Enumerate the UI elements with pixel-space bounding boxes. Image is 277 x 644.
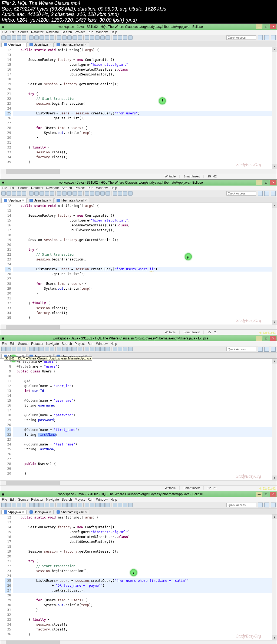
toolbar-icon[interactable] bbox=[50, 35, 54, 40]
code-line[interactable]: public class Users { bbox=[13, 369, 272, 374]
toolbar-icon[interactable] bbox=[90, 503, 94, 507]
perspective-button[interactable] bbox=[264, 35, 269, 40]
toolbar-icon[interactable] bbox=[113, 503, 117, 507]
code-line[interactable]: .addAnnotatedClass(Users.class) bbox=[13, 67, 272, 72]
code-line[interactable]: } finally { bbox=[13, 301, 272, 306]
code-line[interactable]: // Start transaction bbox=[13, 96, 272, 101]
maximize-button[interactable]: □ bbox=[263, 492, 269, 497]
code-line[interactable] bbox=[13, 520, 272, 525]
menu-help[interactable]: Help bbox=[110, 30, 117, 34]
toolbar-icon[interactable] bbox=[29, 503, 34, 507]
toolbar-icon[interactable] bbox=[123, 191, 127, 196]
close-button[interactable]: ✕ bbox=[270, 492, 276, 497]
toolbar-icon[interactable] bbox=[29, 35, 34, 40]
tab-close-icon[interactable]: ✕ bbox=[85, 510, 87, 513]
toolbar-icon[interactable] bbox=[72, 503, 77, 507]
code-line[interactable]: List<Users> users = session.createQuery(… bbox=[13, 267, 272, 272]
toolbar-icon[interactable] bbox=[57, 503, 61, 507]
code-line[interactable]: @Column(name = "last_name") bbox=[13, 442, 272, 447]
menu-search[interactable]: Search bbox=[62, 498, 72, 501]
toolbar-icon[interactable] bbox=[45, 35, 49, 40]
code-line[interactable]: .configure("hibernate.cfg.xml") bbox=[13, 530, 272, 534]
code-line[interactable]: session.close(); bbox=[13, 622, 272, 627]
menu-edit[interactable]: Edit bbox=[10, 186, 15, 190]
vertical-scrollbar[interactable]: ▲▼ bbox=[272, 203, 277, 325]
code-line[interactable]: .addAnnotatedClass(Users.class) bbox=[13, 534, 272, 539]
code-line[interactable] bbox=[13, 573, 272, 578]
toolbar-icon[interactable] bbox=[50, 347, 54, 351]
toolbar-icon[interactable] bbox=[100, 191, 105, 196]
menu-run[interactable]: Run bbox=[87, 186, 93, 190]
toolbar-icon[interactable] bbox=[39, 347, 44, 351]
perspective-button[interactable] bbox=[271, 35, 276, 40]
toolbar-icon[interactable] bbox=[118, 347, 122, 351]
tab-users[interactable]: Users.java✕ bbox=[27, 198, 54, 203]
toolbar-icon[interactable] bbox=[17, 191, 21, 196]
toolbar-icon[interactable] bbox=[62, 191, 67, 196]
toolbar-icon[interactable] bbox=[100, 503, 105, 507]
code-line[interactable]: factory.close(); bbox=[13, 155, 272, 160]
code-line[interactable]: @Column(name = "password") bbox=[13, 413, 272, 418]
toolbar-icon[interactable] bbox=[45, 191, 49, 196]
toolbar-icon[interactable] bbox=[67, 347, 72, 351]
toolbar-icon[interactable] bbox=[85, 347, 89, 351]
toolbar-icon[interactable] bbox=[90, 191, 94, 196]
toolbar-icon[interactable] bbox=[6, 35, 11, 40]
menu-navigate[interactable]: Navigate bbox=[46, 342, 59, 346]
close-button[interactable]: ✕ bbox=[270, 336, 276, 341]
toolbar-icon[interactable] bbox=[95, 191, 100, 196]
menu-navigate[interactable]: Navigate bbox=[46, 186, 59, 190]
code-line[interactable]: System.out.println(temp); bbox=[13, 130, 272, 135]
code-line[interactable]: @Id bbox=[13, 379, 272, 384]
code-line[interactable]: } bbox=[13, 291, 272, 296]
menu-navigate[interactable]: Navigate bbox=[46, 498, 59, 501]
code-line[interactable]: Session session = factory.getCurrentSess… bbox=[13, 549, 272, 554]
menu-window[interactable]: Window bbox=[96, 498, 108, 501]
code-line[interactable]: System.out.println(temp); bbox=[13, 286, 272, 291]
toolbar-icon[interactable] bbox=[34, 191, 39, 196]
toolbar-icon[interactable] bbox=[39, 191, 44, 196]
code-line[interactable]: .buildSessionFactory(); bbox=[13, 228, 272, 233]
tab-cfg[interactable]: hibernate.cfg.xml✕ bbox=[54, 198, 89, 203]
toolbar-icon[interactable] bbox=[123, 503, 127, 507]
toolbar-icon[interactable] bbox=[78, 503, 82, 507]
code-line[interactable] bbox=[13, 276, 272, 281]
menu-edit[interactable]: Edit bbox=[10, 498, 15, 501]
code-line[interactable]: + "OR last_name = 'payne'") bbox=[13, 583, 272, 588]
quick-access-input[interactable]: Quick Access bbox=[226, 503, 256, 507]
code-line[interactable]: .addAnnotatedClass(Users.class) bbox=[13, 223, 272, 228]
code-line[interactable]: @Table(name = "users") bbox=[13, 364, 272, 369]
toolbar-icon[interactable] bbox=[113, 35, 117, 40]
code-line[interactable]: SessionFactory factory = new Configurati… bbox=[13, 213, 272, 218]
perspective-button[interactable] bbox=[258, 347, 263, 352]
menu-help[interactable]: Help bbox=[110, 498, 117, 501]
code-line[interactable] bbox=[13, 554, 272, 559]
toolbar-icon[interactable] bbox=[113, 347, 117, 351]
menu-window[interactable]: Window bbox=[96, 342, 108, 346]
code-line[interactable] bbox=[13, 457, 272, 461]
perspective-button[interactable] bbox=[264, 191, 269, 196]
tab-close-icon[interactable]: ✕ bbox=[22, 43, 24, 46]
toolbar-icon[interactable] bbox=[100, 347, 105, 351]
toolbar-icon[interactable] bbox=[1, 347, 6, 351]
code-line[interactable]: Session session = factory.getCurrentSess… bbox=[13, 82, 272, 87]
minimize-button[interactable]: — bbox=[256, 24, 262, 29]
code-line[interactable]: session.close(); bbox=[13, 306, 272, 311]
toolbar-icon[interactable] bbox=[50, 503, 54, 507]
tab-close-icon[interactable]: ✕ bbox=[49, 199, 51, 202]
menu-file[interactable]: File bbox=[2, 186, 7, 190]
close-button[interactable]: ✕ bbox=[270, 24, 276, 29]
code-line[interactable] bbox=[13, 140, 272, 145]
toolbar-icon[interactable] bbox=[118, 35, 122, 40]
tab-app[interactable]: *App.java✕ bbox=[1, 510, 27, 514]
menu-help[interactable]: Help bbox=[110, 186, 117, 190]
toolbar-icon[interactable] bbox=[105, 503, 110, 507]
menu-project[interactable]: Project bbox=[75, 342, 85, 346]
toolbar-icon[interactable] bbox=[17, 35, 21, 40]
toolbar-icon[interactable] bbox=[78, 191, 82, 196]
code-line[interactable]: public Users() { bbox=[13, 461, 272, 466]
code-line[interactable]: SessionFactory factory = new Configurati… bbox=[13, 525, 272, 530]
code-line[interactable]: .getResultList(); bbox=[13, 272, 272, 276]
toolbar-icon[interactable] bbox=[67, 35, 72, 40]
toolbar-icon[interactable] bbox=[90, 35, 94, 40]
